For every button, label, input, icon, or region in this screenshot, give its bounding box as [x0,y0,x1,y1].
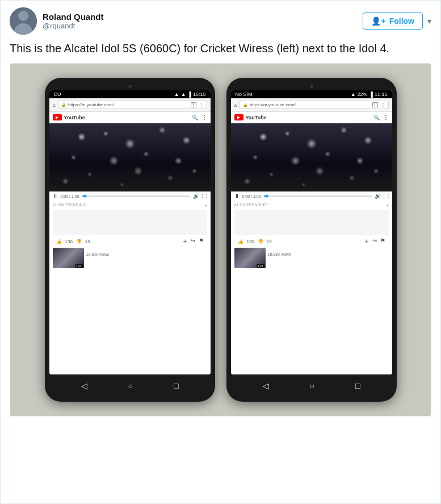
left-status-bar: CU ▲ ▲ ▐ 15:15 [49,90,211,98]
right-yt-logo: YouTube [234,114,267,120]
pause-icon[interactable]: ⏸ [53,193,58,199]
left-video-bokeh [49,123,211,191]
right-duration: 1:24 [257,264,264,268]
right-phone-notch [231,82,392,90]
recents-button-right[interactable]: □ [355,381,360,390]
left-browser-bar: ⌂ 🔒 https://m.youtube.com/ 1 ⋮ [49,98,211,112]
tab-count: 1 [191,102,196,107]
right-thumbnail: 1:24 [234,248,266,268]
follow-label: Follow [389,16,414,26]
play-triangle [56,116,58,119]
share-icon[interactable]: ↪ [191,238,195,245]
signal-icon: ▲ [174,91,179,97]
right-progress-bar[interactable] [264,195,372,197]
flag-icon[interactable]: ⚑ [199,238,204,245]
left-time-display: 0:00 / 1:00 [61,194,79,198]
tweet-text: This is the Alcatel Idol 5S (6060C) for … [10,40,431,56]
left-progress-dot [84,195,87,198]
user-info: Roland Quandt @rquandt [10,7,104,35]
right-add-icon[interactable]: + [364,238,368,245]
right-yt-icons: 🔍 ⋮ [373,114,389,120]
battery-icon: ▐ [188,91,191,97]
left-carrier: CU [54,91,61,97]
right-volume-icon[interactable]: 🔊 [375,193,381,199]
home-icon: ⌂ [53,102,56,108]
right-fullscreen-icon[interactable]: ⛶ [384,193,389,199]
right-trending-section: #1 ON TRENDING ▾ 👍 130 👎 19 + [231,201,392,374]
fullscreen-icon[interactable]: ⛶ [202,193,207,199]
left-video-controls: ⏸ 0:00 / 1:00 🔊 ⛶ [49,191,211,201]
back-button-left[interactable]: ◁ [81,381,87,390]
left-thumbnail: 1:24 [53,248,84,268]
user-handle: @rquandt [43,22,104,30]
more-icon[interactable]: ⋮ [201,114,207,120]
right-battery-icon: ▐ [369,91,373,97]
left-time: 15:15 [193,91,206,97]
right-carrier: No SIM [236,91,253,97]
tweet-container: Roland Quandt @rquandt 👤+ Follow ▾ This … [1,1,440,423]
right-share-icon[interactable]: ↪ [372,238,377,245]
left-phone: CU ▲ ▲ ▐ 15:15 ⌂ 🔒 https://m.yo [45,78,215,402]
right-search-icon[interactable]: 🔍 [373,115,380,120]
right-play-triangle [237,116,240,119]
left-phone-screen: CU ▲ ▲ ▐ 15:15 ⌂ 🔒 https://m.yo [49,90,211,374]
youtube-logo-icon [53,114,62,120]
home-button-right[interactable]: ○ [310,381,314,390]
recents-button-left[interactable]: □ [174,381,178,390]
tweet-image: CU ▲ ▲ ▐ 15:15 ⌂ 🔒 https://m.yo [10,63,431,416]
right-progress-dot [266,195,268,198]
left-yt-icons: 🔍 ⋮ [192,114,207,120]
right-status-bar: No SIM ▲ 22% ▐ 11:15 [231,90,392,98]
left-thumbnail-row: 1:24 18,830 views [53,248,207,268]
follow-button[interactable]: 👤+ Follow [363,13,423,30]
right-lock-icon: 🔒 [243,103,248,107]
right-likes: 130 [247,239,254,244]
add-icon[interactable]: + [183,238,187,245]
user-details: Roland Quandt @rquandt [43,12,104,30]
right-menu-icon: ⋮ [381,102,385,107]
left-likes: 130 [65,239,73,244]
right-dropdown-icon: ▾ [387,203,389,208]
right-youtube-label: YouTube [246,115,267,120]
right-phone-screen: No SIM ▲ 22% ▐ 11:15 ⌂ 🔒 https: [231,90,392,374]
search-icon[interactable]: 🔍 [192,115,198,120]
right-status-right: ▲ 22% ▐ 11:15 [351,91,388,97]
left-yt-logo: YouTube [53,114,85,120]
left-video-meta: 18,830 views [86,248,207,268]
volume-icon[interactable]: 🔊 [193,193,199,199]
left-progress-bar[interactable] [82,195,190,197]
left-blank-content [53,210,207,235]
right-tab-count: 1 [372,102,378,107]
right-thumbdown-icon: 👎 [258,239,263,244]
right-views: 18,830 views [268,252,291,256]
menu-icon: ⋮ [199,102,204,107]
right-dislikes: 19 [267,239,272,244]
lock-icon: 🔒 [61,103,66,107]
left-url: https://m.youtube.com/ [68,102,114,107]
right-time: 11:15 [375,91,388,97]
left-phone-bottom: ◁ ○ □ [49,374,211,397]
right-time-display: 0:00 / 1:00 [242,194,261,198]
left-trending-label: #1 ON TRENDING [53,203,86,207]
right-pause-icon[interactable]: ⏸ [234,193,240,199]
right-trending-label: #1 ON TRENDING [234,203,268,207]
right-video-controls: ⏸ 0:00 / 1:00 🔊 ⛶ [231,191,392,201]
left-action-icons: + ↪ ⚑ [183,238,203,245]
right-flag-icon[interactable]: ⚑ [380,238,385,245]
left-url-bar[interactable]: 🔒 https://m.youtube.com/ 1 ⋮ [58,101,207,109]
right-url-bar[interactable]: 🔒 https://m.youtube.com/ 1 ⋮ [240,101,389,109]
right-youtube-logo-icon [234,114,243,120]
user-name: Roland Quandt [43,12,104,22]
right-video-meta: 18,830 views [268,248,389,268]
back-button-right[interactable]: ◁ [263,381,269,390]
left-duration: 1:24 [75,264,83,268]
right-video-area [231,123,392,191]
right-more-icon[interactable]: ⋮ [383,114,389,120]
left-youtube-header: YouTube 🔍 ⋮ [49,112,211,123]
left-views: 18,830 views [86,252,110,256]
chevron-down-icon[interactable]: ▾ [427,16,431,26]
right-phone: No SIM ▲ 22% ▐ 11:15 ⌂ 🔒 https: [226,78,397,402]
left-status-right: ▲ ▲ ▐ 15:15 [174,91,206,97]
home-button-left[interactable]: ○ [128,381,133,390]
left-dropdown-icon: ▾ [205,203,207,208]
